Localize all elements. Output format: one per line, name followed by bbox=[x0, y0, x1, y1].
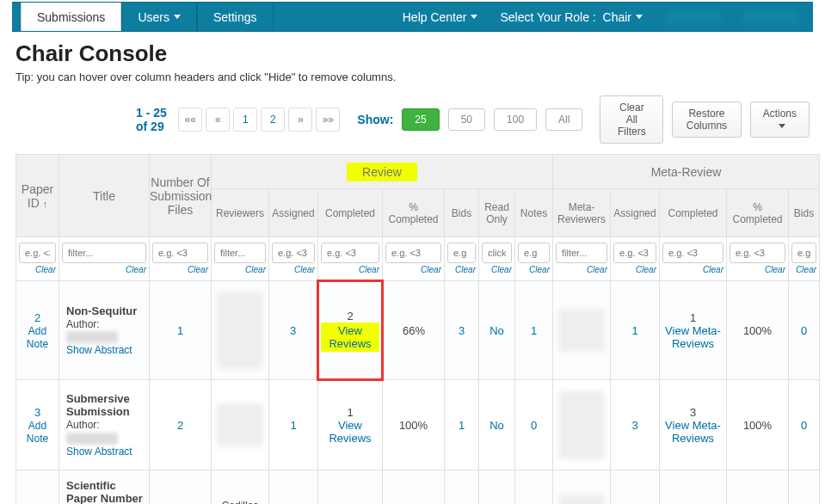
show-100[interactable]: 100 bbox=[494, 108, 537, 131]
filter-assigned[interactable] bbox=[272, 243, 315, 263]
clear-link[interactable]: Clear bbox=[482, 265, 512, 274]
col-meta-reviewers[interactable]: Meta-Reviewers bbox=[553, 189, 611, 237]
filter-meta-assigned[interactable] bbox=[613, 243, 656, 263]
nav-settings[interactable]: Settings bbox=[197, 3, 274, 31]
pager-first[interactable]: «« bbox=[178, 108, 202, 132]
redacted bbox=[217, 403, 263, 446]
col-paper-id[interactable]: Paper ID ↑ bbox=[16, 155, 59, 237]
col-readonly[interactable]: Read Only bbox=[479, 189, 515, 237]
filter-completed[interactable] bbox=[321, 243, 379, 263]
filter-meta-pct[interactable] bbox=[730, 243, 785, 263]
col-reviewers[interactable]: Reviewers bbox=[212, 189, 269, 237]
pager-prev[interactable]: « bbox=[206, 108, 230, 132]
col-bids[interactable]: Bids bbox=[445, 189, 479, 237]
meta-bids-count[interactable]: 0 bbox=[801, 324, 807, 337]
chevron-down-icon bbox=[636, 15, 643, 19]
author-label: Author: bbox=[66, 318, 100, 330]
filter-paper-id[interactable] bbox=[19, 243, 56, 263]
view-meta-reviews-link[interactable]: View Meta-Reviews bbox=[665, 324, 721, 350]
filter-readonly[interactable] bbox=[482, 243, 512, 263]
actions-button[interactable]: Actions bbox=[750, 101, 810, 138]
filter-notes[interactable] bbox=[518, 243, 550, 263]
meta-completed-count: 3 bbox=[690, 406, 696, 419]
clear-link[interactable]: Clear bbox=[62, 265, 146, 274]
filter-files[interactable] bbox=[152, 243, 208, 263]
clear-link[interactable]: Clear bbox=[613, 265, 656, 274]
view-meta-reviews-link[interactable]: View Meta-Reviews bbox=[665, 419, 721, 445]
meta-completed-count: 1 bbox=[690, 311, 696, 324]
clear-link[interactable]: Clear bbox=[730, 265, 785, 274]
assigned-count[interactable]: 1 bbox=[290, 419, 296, 432]
show-all[interactable]: All bbox=[545, 108, 582, 131]
col-completed[interactable]: Completed bbox=[318, 189, 383, 237]
show-abstract-link[interactable]: Show Abstract bbox=[66, 344, 132, 356]
nav-submissions[interactable]: Submissions bbox=[21, 3, 121, 31]
clear-link[interactable]: Clear bbox=[662, 265, 723, 274]
show-label: Show: bbox=[357, 113, 393, 126]
submissions-table: Paper ID ↑ Title Number Of Submission Fi… bbox=[15, 154, 820, 504]
clear-link[interactable]: Clear bbox=[272, 265, 315, 274]
clear-link[interactable]: Clear bbox=[385, 265, 441, 274]
clear-link[interactable]: Clear bbox=[19, 265, 56, 274]
show-abstract-link[interactable]: Show Abstract bbox=[66, 446, 132, 458]
assigned-count[interactable]: 3 bbox=[290, 324, 296, 337]
col-pct[interactable]: % Completed bbox=[383, 189, 445, 237]
filter-meta-completed[interactable] bbox=[662, 243, 723, 263]
col-meta-pct[interactable]: % Completed bbox=[727, 189, 789, 237]
add-note-link[interactable]: Add Note bbox=[27, 420, 48, 445]
paper-id-link[interactable]: 2 bbox=[34, 311, 40, 324]
meta-assigned-count[interactable]: 1 bbox=[631, 324, 637, 337]
pager-page-1[interactable]: 1 bbox=[233, 108, 257, 132]
add-note-link[interactable]: Add Note bbox=[27, 325, 48, 350]
filter-reviewers[interactable] bbox=[214, 243, 266, 263]
clear-link[interactable]: Clear bbox=[518, 265, 550, 274]
bids-count[interactable]: 3 bbox=[459, 324, 465, 337]
col-files[interactable]: Number Of Submission Files bbox=[150, 155, 212, 237]
redacted bbox=[558, 390, 605, 459]
nav-help[interactable]: Help Center bbox=[397, 10, 483, 24]
show-25[interactable]: 25 bbox=[402, 108, 439, 131]
clear-link[interactable]: Clear bbox=[791, 265, 816, 274]
col-meta-completed[interactable]: Completed bbox=[660, 189, 727, 237]
readonly-toggle[interactable]: No bbox=[489, 419, 504, 432]
restore-columns-button[interactable]: Restore Columns bbox=[672, 101, 741, 138]
filter-pct[interactable] bbox=[385, 243, 441, 263]
col-notes[interactable]: Notes bbox=[515, 189, 553, 237]
pager-page-2[interactable]: 2 bbox=[261, 108, 285, 132]
files-count[interactable]: 2 bbox=[177, 419, 183, 432]
clear-link[interactable]: Clear bbox=[447, 265, 476, 274]
view-reviews-link[interactable]: View Reviews bbox=[329, 419, 371, 445]
col-title[interactable]: Title bbox=[59, 155, 150, 237]
role-selector[interactable]: Select Your Role : Chair bbox=[495, 10, 648, 24]
filter-title[interactable] bbox=[62, 243, 146, 263]
clear-link[interactable]: Clear bbox=[556, 265, 607, 274]
paper-title: Scientific Paper Number 1 bbox=[66, 479, 143, 504]
filter-meta-reviewers[interactable] bbox=[556, 243, 607, 263]
nav-users[interactable]: Users bbox=[121, 3, 197, 31]
pager-last[interactable]: »» bbox=[316, 108, 340, 132]
notes-count[interactable]: 1 bbox=[531, 324, 537, 337]
show-50[interactable]: 50 bbox=[448, 108, 485, 131]
clear-link[interactable]: Clear bbox=[152, 265, 208, 274]
readonly-toggle[interactable]: No bbox=[489, 324, 504, 337]
clear-filters-button[interactable]: Clear All Filters bbox=[600, 95, 663, 144]
redacted bbox=[66, 433, 118, 445]
bids-count[interactable]: 1 bbox=[459, 419, 465, 432]
col-meta-assigned[interactable]: Assigned bbox=[611, 189, 660, 237]
meta-bids-count[interactable]: 0 bbox=[801, 419, 807, 432]
col-meta-bids[interactable]: Bids bbox=[789, 189, 820, 237]
pager-range: 1 - 25 of 29 bbox=[136, 106, 169, 133]
files-count[interactable]: 1 bbox=[177, 324, 183, 337]
redacted bbox=[665, 10, 721, 24]
clear-link[interactable]: Clear bbox=[321, 265, 379, 274]
view-reviews-link[interactable]: View Reviews bbox=[321, 323, 379, 352]
clear-link[interactable]: Clear bbox=[214, 265, 266, 274]
pager-next[interactable]: » bbox=[288, 108, 312, 132]
filter-bids[interactable] bbox=[447, 243, 476, 263]
meta-assigned-count[interactable]: 3 bbox=[631, 419, 637, 432]
notes-count[interactable]: 0 bbox=[531, 419, 537, 432]
tip-text: Tip: you can hover over column headers a… bbox=[15, 71, 810, 83]
col-assigned[interactable]: Assigned bbox=[269, 189, 318, 237]
filter-meta-bids[interactable] bbox=[791, 243, 816, 263]
paper-id-link[interactable]: 3 bbox=[34, 406, 40, 419]
